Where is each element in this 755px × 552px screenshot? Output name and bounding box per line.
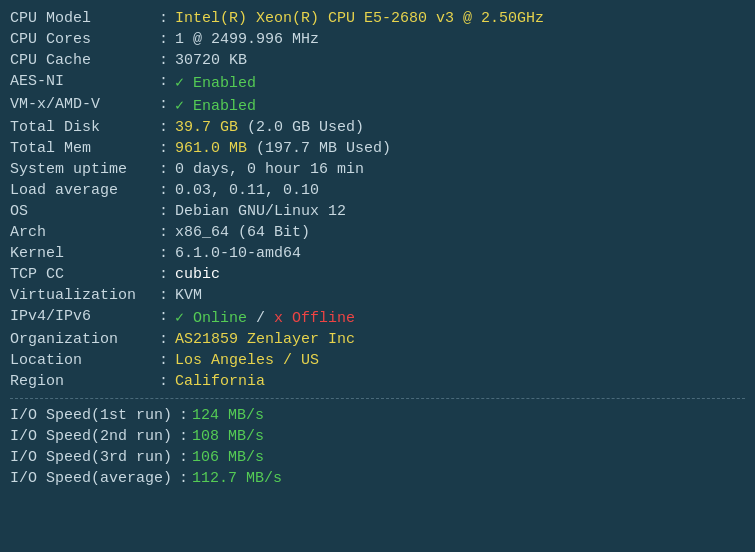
io-value: 112.7 MB/s xyxy=(192,468,745,489)
row-label: VM-x/AMD-V xyxy=(10,94,155,117)
row-separator: : xyxy=(155,71,175,94)
row-separator: : xyxy=(155,243,175,264)
table-row: OS:Debian GNU/Linux 12 xyxy=(10,201,745,222)
table-row: Virtualization:KVM xyxy=(10,285,745,306)
row-separator: : xyxy=(155,159,175,180)
row-value: Intel(R) Xeon(R) CPU E5-2680 v3 @ 2.50GH… xyxy=(175,8,745,29)
table-row: AES-NI:✓ Enabled xyxy=(10,71,745,94)
row-value: ✓ Enabled xyxy=(175,71,745,94)
io-row: I/O Speed(average):112.7 MB/s xyxy=(10,468,745,489)
row-value: 0 days, 0 hour 16 min xyxy=(175,159,745,180)
io-row: I/O Speed(1st run):124 MB/s xyxy=(10,405,745,426)
row-label: IPv4/IPv6 xyxy=(10,306,155,329)
table-row: Total Disk:39.7 GB (2.0 GB Used) xyxy=(10,117,745,138)
io-value: 106 MB/s xyxy=(192,447,745,468)
table-row: Kernel:6.1.0-10-amd64 xyxy=(10,243,745,264)
row-value: 0.03, 0.11, 0.10 xyxy=(175,180,745,201)
io-label: I/O Speed(2nd run) xyxy=(10,426,175,447)
row-label: Load average xyxy=(10,180,155,201)
row-separator: : xyxy=(155,180,175,201)
row-value: ✓ Enabled xyxy=(175,94,745,117)
row-separator: : xyxy=(155,306,175,329)
row-separator: : xyxy=(155,285,175,306)
row-value: California xyxy=(175,371,745,392)
row-label: Virtualization xyxy=(10,285,155,306)
row-value: cubic xyxy=(175,264,745,285)
row-label: CPU Cores xyxy=(10,29,155,50)
row-label: Location xyxy=(10,350,155,371)
table-row: Total Mem:961.0 MB (197.7 MB Used) xyxy=(10,138,745,159)
row-value: 6.1.0-10-amd64 xyxy=(175,243,745,264)
io-separator: : xyxy=(175,426,192,447)
row-label: TCP CC xyxy=(10,264,155,285)
row-value: Los Angeles / US xyxy=(175,350,745,371)
table-row: CPU Cores:1 @ 2499.996 MHz xyxy=(10,29,745,50)
table-row: Load average:0.03, 0.11, 0.10 xyxy=(10,180,745,201)
row-separator: : xyxy=(155,264,175,285)
row-value: 961.0 MB (197.7 MB Used) xyxy=(175,138,745,159)
row-label: CPU Cache xyxy=(10,50,155,71)
row-label: CPU Model xyxy=(10,8,155,29)
io-speed-table: I/O Speed(1st run):124 MB/sI/O Speed(2nd… xyxy=(10,405,745,489)
table-row: TCP CC:cubic xyxy=(10,264,745,285)
table-row: Region:California xyxy=(10,371,745,392)
row-value: 30720 KB xyxy=(175,50,745,71)
section-divider xyxy=(10,398,745,399)
row-value: ✓ Online / x Offline xyxy=(175,306,745,329)
row-separator: : xyxy=(155,8,175,29)
io-value: 108 MB/s xyxy=(192,426,745,447)
row-label: Organization xyxy=(10,329,155,350)
row-separator: : xyxy=(155,94,175,117)
row-label: Kernel xyxy=(10,243,155,264)
row-separator: : xyxy=(155,329,175,350)
row-separator: : xyxy=(155,117,175,138)
row-value: KVM xyxy=(175,285,745,306)
io-label: I/O Speed(1st run) xyxy=(10,405,175,426)
row-label: AES-NI xyxy=(10,71,155,94)
row-separator: : xyxy=(155,222,175,243)
table-row: Location:Los Angeles / US xyxy=(10,350,745,371)
row-separator: : xyxy=(155,371,175,392)
io-separator: : xyxy=(175,447,192,468)
row-label: Total Disk xyxy=(10,117,155,138)
row-label: Arch xyxy=(10,222,155,243)
row-value: AS21859 Zenlayer Inc xyxy=(175,329,745,350)
table-row: IPv4/IPv6:✓ Online / x Offline xyxy=(10,306,745,329)
io-label: I/O Speed(average) xyxy=(10,468,175,489)
row-label: OS xyxy=(10,201,155,222)
row-label: System uptime xyxy=(10,159,155,180)
row-value: 39.7 GB (2.0 GB Used) xyxy=(175,117,745,138)
row-value: Debian GNU/Linux 12 xyxy=(175,201,745,222)
table-row: VM-x/AMD-V:✓ Enabled xyxy=(10,94,745,117)
row-separator: : xyxy=(155,138,175,159)
row-label: Region xyxy=(10,371,155,392)
row-separator: : xyxy=(155,350,175,371)
io-separator: : xyxy=(175,468,192,489)
row-separator: : xyxy=(155,50,175,71)
table-row: CPU Model:Intel(R) Xeon(R) CPU E5-2680 v… xyxy=(10,8,745,29)
row-separator: : xyxy=(155,29,175,50)
table-row: System uptime:0 days, 0 hour 16 min xyxy=(10,159,745,180)
io-row: I/O Speed(3rd run):106 MB/s xyxy=(10,447,745,468)
io-separator: : xyxy=(175,405,192,426)
row-value: 1 @ 2499.996 MHz xyxy=(175,29,745,50)
row-separator: : xyxy=(155,201,175,222)
table-row: CPU Cache:30720 KB xyxy=(10,50,745,71)
row-value: x86_64 (64 Bit) xyxy=(175,222,745,243)
io-label: I/O Speed(3rd run) xyxy=(10,447,175,468)
io-value: 124 MB/s xyxy=(192,405,745,426)
table-row: Organization:AS21859 Zenlayer Inc xyxy=(10,329,745,350)
system-info-table: CPU Model:Intel(R) Xeon(R) CPU E5-2680 v… xyxy=(10,8,745,392)
io-row: I/O Speed(2nd run):108 MB/s xyxy=(10,426,745,447)
row-label: Total Mem xyxy=(10,138,155,159)
table-row: Arch:x86_64 (64 Bit) xyxy=(10,222,745,243)
